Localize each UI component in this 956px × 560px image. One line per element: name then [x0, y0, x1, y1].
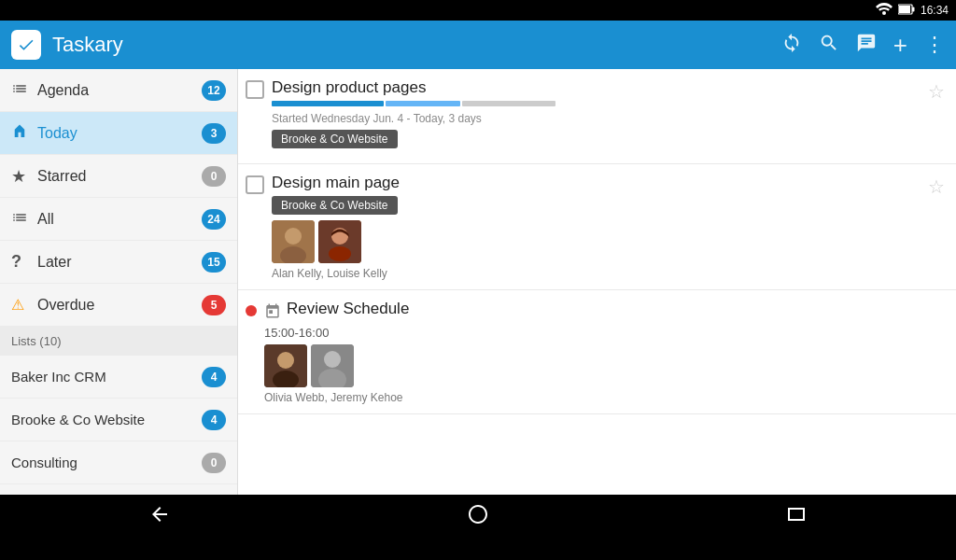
task-item-design-main[interactable]: Design main page Brooke & Co Website	[238, 164, 956, 290]
all-label: All	[37, 211, 202, 228]
later-badge: 15	[202, 252, 226, 273]
battery-icon	[898, 4, 915, 18]
task-title-3: Review Schedule	[287, 300, 409, 318]
progress-seg-1b	[386, 101, 460, 106]
sidebar-item-today[interactable]: Today 3	[0, 112, 237, 155]
progress-seg-1c	[462, 101, 555, 106]
toolbar: Taskary + ⋮	[0, 21, 956, 69]
task-title-1: Design product pages	[272, 78, 921, 97]
lists-section-header: Lists (10)	[0, 327, 237, 356]
baker-label: Baker Inc CRM	[11, 369, 202, 385]
task-people-3: Olivia Webb, Jeremy Kehoe	[264, 391, 945, 404]
consulting-badge: 0	[202, 453, 226, 473]
today-badge: 3	[202, 123, 226, 144]
task-body-1: Design product pages Started Wednesday J…	[272, 78, 921, 154]
task-body-2: Design main page Brooke & Co Website	[272, 174, 921, 280]
sidebar: Agenda 12 Today 3 ★ Starred 0	[0, 69, 238, 495]
svg-point-14	[324, 351, 341, 368]
sidebar-item-diy[interactable]: DIY 2	[0, 484, 237, 495]
avatar-alan	[272, 220, 315, 263]
task-title-2: Design main page	[272, 174, 921, 192]
task-body-3: Review Schedule 15:00-16:00	[264, 300, 945, 404]
today-icon	[11, 123, 37, 144]
recents-button[interactable]	[766, 496, 826, 539]
app-logo	[11, 30, 41, 60]
sidebar-item-agenda[interactable]: Agenda 12	[0, 69, 237, 112]
later-icon: ?	[11, 252, 37, 272]
overdue-badge: 5	[202, 295, 226, 315]
svg-rect-2	[899, 6, 910, 13]
sidebar-item-all[interactable]: All 24	[0, 198, 237, 241]
comment-button[interactable]	[856, 33, 877, 58]
consulting-label: Consulting	[11, 455, 202, 470]
sync-button[interactable]	[781, 33, 802, 58]
task-time-3: 15:00-16:00	[264, 326, 945, 340]
progress-seg-1a	[272, 101, 384, 106]
task-dot-3	[246, 305, 257, 316]
sidebar-item-brooke[interactable]: Brooke & Co Website 4	[0, 399, 237, 441]
content-area: Agenda 12 Today 3 ★ Starred 0	[0, 69, 956, 495]
avatar-jeremy	[311, 344, 354, 387]
starred-badge: 0	[202, 166, 226, 187]
svg-point-11	[277, 352, 294, 369]
svg-rect-3	[912, 7, 915, 11]
task-people-2: Alan Kelly, Louise Kelly	[272, 267, 921, 280]
svg-point-5	[285, 228, 302, 245]
agenda-badge: 12	[202, 80, 226, 101]
status-bar: 16:34	[0, 0, 956, 21]
starred-icon: ★	[11, 166, 37, 187]
brooke-badge: 4	[202, 410, 226, 430]
task-star-1[interactable]: ☆	[928, 80, 945, 103]
search-button[interactable]	[819, 33, 839, 58]
svg-point-0	[882, 11, 886, 15]
task-item-design-product[interactable]: Design product pages Started Wednesday J…	[238, 69, 956, 164]
back-button[interactable]	[130, 496, 190, 539]
time-display: 16:34	[921, 4, 949, 17]
starred-label: Starred	[37, 168, 202, 185]
all-icon	[11, 209, 37, 230]
task-progress-1	[272, 101, 921, 106]
toolbar-actions: + ⋮	[781, 31, 945, 60]
svg-point-9	[329, 246, 351, 261]
sidebar-item-overdue[interactable]: ⚠ Overdue 5	[0, 284, 237, 327]
task-avatars-2	[272, 220, 921, 263]
task-tag-2: Brooke & Co Website	[272, 196, 398, 215]
overdue-icon: ⚠	[11, 296, 37, 314]
sidebar-item-starred[interactable]: ★ Starred 0	[0, 155, 237, 198]
sidebar-item-later[interactable]: ? Later 15	[0, 241, 237, 284]
bottom-nav	[0, 495, 956, 539]
later-label: Later	[37, 254, 202, 271]
avatar-louise	[318, 220, 361, 263]
task-avatars-3	[264, 344, 945, 387]
task-list: Design product pages Started Wednesday J…	[238, 69, 956, 495]
task-checkbox-2[interactable]	[246, 175, 264, 194]
app-title: Taskary	[52, 33, 770, 57]
baker-badge: 4	[202, 367, 226, 387]
all-badge: 24	[202, 209, 226, 230]
sidebar-item-baker[interactable]: Baker Inc CRM 4	[0, 356, 237, 399]
brooke-label: Brooke & Co Website	[11, 412, 202, 427]
agenda-label: Agenda	[37, 82, 202, 99]
wifi-icon	[876, 3, 893, 18]
overdue-label: Overdue	[37, 297, 202, 314]
today-label: Today	[37, 125, 202, 142]
home-button[interactable]	[448, 496, 508, 539]
add-button[interactable]: +	[893, 31, 907, 60]
task-checkbox-1[interactable]	[246, 80, 264, 99]
task-meta-1: Started Wednesday Jun. 4 - Today, 3 days	[272, 112, 921, 125]
more-button[interactable]: ⋮	[924, 33, 945, 57]
task-item-review[interactable]: Review Schedule 15:00-16:00	[238, 290, 956, 414]
agenda-icon	[11, 80, 37, 101]
sidebar-item-consulting[interactable]: Consulting 0	[0, 441, 237, 484]
avatar-olivia	[264, 344, 307, 387]
task-star-2[interactable]: ☆	[928, 175, 945, 198]
task-tag-1: Brooke & Co Website	[272, 130, 398, 148]
